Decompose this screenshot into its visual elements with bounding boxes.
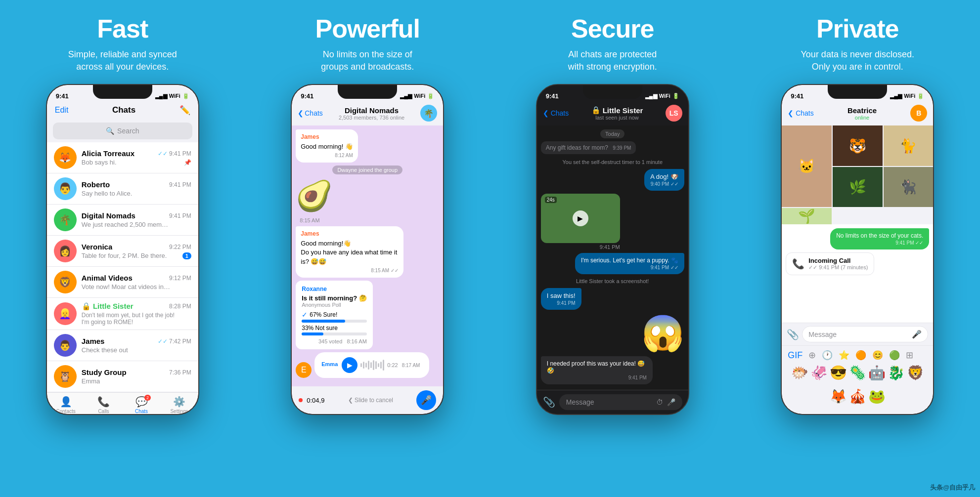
sticker-5[interactable]: 🤖 [868, 365, 886, 386]
voice-time: 8:17 AM [402, 363, 420, 368]
list-item[interactable]: 👩 Veronica 9:22 PM Table for four, 2 PM.… [47, 236, 198, 267]
status-icons-4: ▂▄▆ WiFi 🔋 [890, 93, 924, 99]
sticker-9[interactable]: 🎪 [849, 388, 866, 410]
photo-greenery: 🌿 [833, 167, 883, 207]
beatrice-avatar[interactable]: B [910, 105, 927, 122]
back-button-3[interactable]: ❮ Chats [543, 109, 569, 117]
p4-nav: ❮ Chats Beatrice online B [782, 103, 933, 125]
gif-button[interactable]: GIF [788, 350, 802, 361]
group-avatar[interactable]: 🌴 [420, 105, 437, 122]
timer-icon[interactable]: ⏱ [656, 398, 663, 406]
video-play-button[interactable]: ▶ [573, 210, 588, 226]
back-button-4[interactable]: ❮ Chats [788, 109, 813, 117]
sticker-icon-2[interactable]: 🟠 [855, 350, 866, 361]
signal-icon: ▂▄▆ [155, 93, 167, 99]
input-actions: ⏱ 🎤 [656, 398, 675, 406]
phone-1-screen: 9:41 ▂▄▆ WiFi 🔋 Edit Chats ✏️ 🔍 Search [47, 85, 198, 414]
settings-icon: ⚙️ [173, 396, 185, 408]
message-input-4[interactable]: Message 🎤 [802, 326, 928, 342]
voice-sender: Emma [321, 361, 338, 367]
sticker-3[interactable]: 😎 [830, 365, 847, 386]
record-bar: 0:04,9 ❮ Slide to cancel 🎤 [292, 386, 443, 414]
chat-info: Animal Videos 9:12 PM Vote now! Moar cat… [82, 274, 191, 290]
clock-icon[interactable]: 🕐 [822, 350, 833, 361]
message-bubble: James Good morning!👋Do you have any idea… [296, 226, 403, 277]
tab-chats-label: Chats [135, 409, 148, 414]
list-item[interactable]: 🦉 Study Group 7:36 PM Emma [47, 361, 198, 392]
mic-button[interactable]: 🎤 [416, 390, 436, 410]
badge: 1 [182, 252, 191, 259]
chat-time: 9:12 PM [169, 275, 191, 282]
sticker-8[interactable]: 🦊 [830, 388, 847, 410]
voice-waveform [360, 359, 384, 371]
panel-fast-title: Fast [97, 14, 148, 43]
proof-row: I needed proof this was your idea! 😅🤣 9:… [541, 356, 684, 384]
secret-avatar[interactable]: LS [666, 105, 682, 122]
watermark: 头条@自由乎几 [930, 483, 975, 492]
back-button-2[interactable]: ❮ Chats [298, 109, 323, 117]
tab-calls[interactable]: 📞 Calls [85, 393, 123, 414]
message-input-3[interactable]: Message ⏱ 🎤 [559, 394, 682, 410]
list-item[interactable]: 🦊 Alicia Torreaux ✓✓ 9:41 PM Bob says hi… [47, 142, 198, 173]
tab-calls-label: Calls [98, 409, 109, 414]
sticker: 🥑 [296, 178, 333, 213]
dark-messages: Today Any gift ideas for mom? 9:39 PM Yo… [537, 125, 688, 390]
list-item[interactable]: 👱‍♀️ 🔒 Little Sister 8:28 PM Don't tell … [47, 298, 198, 330]
incoming-call-bubble: 📞 Incoming Call ✓✓ 9:41 PM (7 minutes) [786, 252, 874, 275]
chat-list: 🦊 Alicia Torreaux ✓✓ 9:41 PM Bob says hi… [47, 142, 198, 392]
group-name: Digital Nomads [327, 106, 416, 115]
chat-msg: We just reached 2,500 members! WOO! [82, 221, 171, 228]
wave-bar [380, 362, 382, 369]
wifi-icon-2: WiFi [414, 93, 425, 99]
search-input[interactable]: 🔍 Search [53, 123, 192, 139]
tab-chats[interactable]: 2 💬 Chats [123, 393, 161, 414]
sticker-7[interactable]: 🦁 [907, 365, 924, 386]
wave-bar [375, 361, 377, 369]
mic-icon-4[interactable]: 🎤 [912, 330, 922, 339]
list-item[interactable]: 👨 James ✓✓ 7:42 PM Check these out [47, 330, 198, 361]
chat-msg: Don't tell mom yet, but I got the job! I… [82, 312, 180, 326]
more-icon[interactable]: ⊞ [906, 350, 913, 361]
tab-settings[interactable]: ⚙️ Settings [160, 393, 198, 414]
call-sub: ✓✓ 9:41 PM (7 minutes) [808, 264, 868, 271]
sticker-icon-4[interactable]: 🟢 [889, 350, 900, 361]
mic-icon[interactable]: 🎤 [667, 398, 675, 406]
sticker-6[interactable]: 🐉 [888, 365, 905, 386]
add-icon[interactable]: ⊕ [808, 350, 816, 361]
tab-bar: 👤 Contacts 📞 Calls 2 💬 Chats ⚙️ Settings [47, 392, 198, 414]
list-item[interactable]: 👨 Roberto 9:41 PM Say hello to Alice. [47, 173, 198, 205]
status-icons-1: ▂▄▆ WiFi 🔋 [155, 93, 189, 99]
compose-button[interactable]: ✏️ [179, 105, 190, 116]
dark-system-msg: Today [600, 129, 624, 138]
chat-msg: Check these out [82, 346, 128, 354]
tab-contacts[interactable]: 👤 Contacts [47, 393, 85, 414]
status-time-1: 9:41 [56, 92, 69, 100]
list-item[interactable]: 🦁 Animal Videos 9:12 PM Vote now! Moar c… [47, 267, 198, 298]
chat-name-4: Beatrice [817, 106, 908, 115]
voice-play-button[interactable]: ▶ [342, 357, 357, 373]
photo-cat-2: 🐈‍⬛ [884, 167, 934, 207]
attach-icon[interactable]: 📎 [543, 396, 555, 408]
phone-1: 9:41 ▂▄▆ WiFi 🔋 Edit Chats ✏️ 🔍 Search [46, 84, 199, 415]
sticker-4[interactable]: 🦠 [849, 365, 866, 386]
attach-icon-4[interactable]: 📎 [787, 329, 799, 340]
chat-nav-2: ❮ Chats Digital Nomads 2,503 members, 73… [292, 103, 443, 125]
nav-info-3: 🔒 Little Sister last seen just now [573, 106, 662, 121]
sticker-icon-1[interactable]: ⭐ [839, 350, 849, 361]
sticker-2[interactable]: 🦑 [810, 365, 828, 386]
list-item[interactable]: 🌴 Digital Nomads 9:41 PM We just reached… [47, 205, 198, 236]
sticker-10[interactable]: 🐸 [868, 388, 886, 410]
serious-bubble: I'm serious. Let's get her a puppy. 🐾 9:… [575, 253, 684, 274]
photo-grid: 🐱 🐯 🐈 🌿 🐈‍⬛ 🌱 [782, 125, 933, 224]
sticker-1[interactable]: 🐡 [791, 365, 808, 386]
dog-bubble: A dog! 🐶 9:40 PM ✓✓ [644, 169, 684, 191]
phone-3-screen: 9:41 ▂▄▆ WiFi 🔋 ❮ Chats 🔒 Little Sister … [537, 85, 688, 414]
panel-powerful-title: Powerful [315, 14, 420, 43]
panel-powerful-subtitle: No limits on the size ofgroups and broad… [321, 48, 414, 73]
voice-bubble[interactable]: Emma ▶ [314, 352, 429, 378]
signal-icon-4: ▂▄▆ [890, 93, 902, 99]
wave-bar [378, 363, 379, 367]
chats-edit-button[interactable]: Edit [55, 106, 69, 115]
poll-bar-2 [302, 332, 323, 335]
sticker-icon-3[interactable]: 😊 [872, 350, 883, 361]
